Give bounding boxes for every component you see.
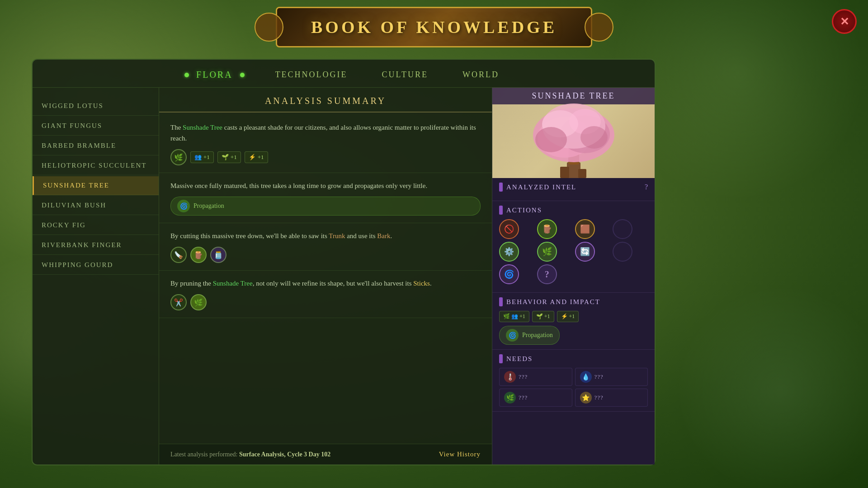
propagation-icon: 🌀 [177, 200, 190, 212]
cutting-text-after: . [390, 232, 392, 239]
tab-technologie[interactable]: TECHNOLOGIE [272, 68, 351, 81]
need-temperature-val: ??? [519, 373, 528, 380]
sidebar-item-heliotropic-succulent[interactable]: HELIOTROPIC SUCCULENT [33, 156, 159, 175]
pruning-icon-stick: 🌿 [190, 294, 207, 310]
cutting-text-before: By cutting this massive tree down, we'll… [170, 232, 329, 239]
footer-value: Surface Analysis, Cycle 3 Day 102 [239, 451, 330, 458]
shade-stat-3-val: +1 [258, 154, 264, 161]
flora-dot-right [240, 73, 245, 77]
needs-header: Needs [499, 354, 648, 363]
need-item-light: ⭐ ??? [575, 389, 648, 407]
need-water-val: ??? [594, 373, 604, 380]
pruning-text: By pruning the Sunshade Tree, not only w… [170, 278, 481, 289]
needs-grid: 🌡️ ??? 💧 ??? 🌿 ??? ⭐ ??? [499, 368, 648, 407]
action-slot-8-empty [613, 242, 632, 262]
action-slot-7[interactable]: 🔄 [575, 242, 595, 262]
behav-icon-energy: ⚡ [561, 313, 568, 320]
tab-culture[interactable]: CULTURE [378, 68, 432, 81]
view-history-button[interactable]: View History [439, 450, 481, 458]
behavior-title: Behavior and Impact [506, 298, 648, 306]
pruning-link-sticks[interactable]: Sticks [413, 280, 430, 287]
behav-stat-leaf: 🌿 👥 +1 [499, 311, 529, 322]
behavior-prop-label: Propagation [522, 332, 553, 339]
question-mark-icon[interactable]: ? [645, 183, 648, 191]
need-nutrients-val: ??? [519, 394, 528, 401]
behav-stat-2-val: +1 [544, 313, 550, 320]
action-slot-5[interactable]: ⚙️ [499, 242, 519, 262]
temperature-icon: 🌡️ [504, 371, 516, 383]
sidebar-item-giant-fungus[interactable]: GIANT FUNGUS [33, 117, 159, 136]
needs-title: Needs [506, 355, 648, 363]
behav-icon-growth: 🌱 [536, 313, 543, 320]
cutting-text-mid: and use its [345, 232, 377, 239]
sidebar-item-barbed-bramble[interactable]: BARBED BRAMBLE [33, 136, 159, 155]
close-button[interactable]: ✕ [832, 9, 857, 34]
cutting-link-bark[interactable]: Bark [377, 232, 390, 239]
pruning-icon-prune: ✂️ [170, 294, 187, 310]
behav-stat-1-val: +1 [519, 313, 525, 320]
pruning-link-tree[interactable]: Sunshade Tree [213, 280, 253, 287]
book-title: BOOK OF KNOWLEDGE [311, 17, 557, 37]
cutting-text: By cutting this massive tree down, we'll… [170, 230, 481, 241]
title-banner: BOOK OF KNOWLEDGE [276, 7, 592, 47]
sidebar-item-diluvian-bush[interactable]: DILUVIAN BUSH [33, 196, 159, 215]
cutting-link-trunk[interactable]: Trunk [329, 232, 345, 239]
analysis-block-pruning: By pruning the Sunshade Tree, not only w… [159, 271, 492, 318]
shade-stat-3: ⚡ +1 [245, 151, 268, 163]
actions-header: Actions [499, 206, 648, 215]
shade-icon-leaf: 🌿 [170, 149, 187, 165]
action-slot-4-empty [613, 219, 632, 239]
sidebar-item-riverbank-finger[interactable]: RIVERBANK FINGER [33, 236, 159, 255]
tree-name: SUNSHADE TREE [532, 91, 615, 100]
shade-link-tree[interactable]: Sunshade Tree [183, 124, 222, 131]
shade-icon-pop: 👥 [194, 154, 202, 161]
need-item-temperature: 🌡️ ??? [499, 368, 572, 386]
needs-section: Needs 🌡️ ??? 💧 ??? 🌿 ??? [492, 350, 655, 412]
behav-icon-leaf: 🌿 [503, 313, 510, 320]
intel-bar [499, 183, 503, 192]
svg-point-11 [580, 126, 608, 149]
pruning-text-mid: , not only will we refine its shape, but… [253, 280, 414, 287]
need-light-val: ??? [594, 394, 604, 401]
shade-stat-2: 🌱 +1 [217, 151, 241, 163]
behavior-prop-icon: 🌀 [506, 329, 519, 342]
action-slot-6[interactable]: 🌿 [537, 242, 557, 262]
action-slot-2[interactable]: 🪵 [537, 219, 557, 239]
tab-world[interactable]: WORLD [459, 68, 503, 81]
need-item-nutrients: 🌿 ??? [499, 389, 572, 407]
footer-analysis-info: Latest analysis performed: Surface Analy… [170, 451, 330, 458]
svg-point-10 [535, 127, 567, 152]
action-slot-9[interactable]: 🌀 [499, 264, 519, 284]
behavior-propagation: 🌀 Propagation [499, 326, 560, 345]
behav-stat-growth: 🌱 +1 [532, 311, 554, 322]
nav-tabs: FLORA TECHNOLOGIE CULTURE WORLD [33, 60, 655, 88]
action-slot-3[interactable]: 🟫 [575, 219, 595, 239]
action-slot-10-question[interactable]: ? [537, 264, 557, 284]
cutting-icon-axe: 🪚 [170, 247, 187, 263]
shade-text: The Sunshade Tree casts a pleasant shade… [170, 122, 481, 144]
svg-rect-2 [578, 169, 586, 178]
analysis-title: ANALYSIS SUMMARY [265, 96, 386, 106]
tab-flora[interactable]: FLORA [193, 68, 236, 82]
tree-title-bar: SUNSHADE TREE [492, 88, 655, 104]
sidebar-item-whipping-gourd[interactable]: WHIPPING GOURD [33, 256, 159, 275]
nutrients-icon: 🌿 [504, 392, 516, 404]
sidebar-item-rocky-fig[interactable]: ROCKY FIG [33, 216, 159, 235]
propagation-text: Massive once fully matured, this tree ta… [170, 180, 481, 191]
needs-bar [499, 354, 503, 363]
shade-icon-growth: 🌱 [222, 154, 229, 161]
sidebar-item-wigged-lotus[interactable]: WIGGED LOTUS [33, 97, 159, 116]
actions-grid: 🚫 🪵 🟫 ⚙️ 🌿 🔄 🌀 ? [499, 219, 648, 284]
pruning-icon-row: ✂️ 🌿 [170, 294, 481, 310]
actions-bar [499, 206, 503, 215]
analysis-block-cutting: By cutting this massive tree down, we'll… [159, 223, 492, 271]
analysis-header: ANALYSIS SUMMARY [159, 88, 492, 113]
analyzed-intel-section: Analyzed Intel ? [492, 178, 655, 201]
svg-rect-1 [560, 167, 569, 178]
analyzed-intel-header: Analyzed Intel ? [499, 183, 648, 192]
sidebar-item-sunshade-tree[interactable]: SUNSHADE TREE [33, 176, 159, 195]
action-slot-1[interactable]: 🚫 [499, 219, 519, 239]
sidebar: WIGGED LOTUS GIANT FUNGUS BARBED BRAMBLE… [33, 88, 159, 465]
behavior-bar [499, 297, 503, 306]
need-item-water: 💧 ??? [575, 368, 648, 386]
